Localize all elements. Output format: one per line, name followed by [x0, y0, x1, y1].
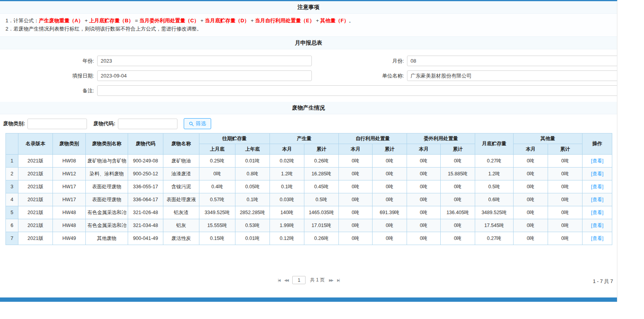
cell-index: 6	[6, 219, 18, 232]
view-link[interactable]: [查看]	[591, 236, 604, 241]
prev-page-button[interactable]: ◀◀	[284, 278, 288, 282]
col-group-outsourced-disposal: 委外利用处置量	[407, 133, 475, 144]
view-link[interactable]: [查看]	[591, 210, 604, 215]
cell-gen-total: 1465.035吨	[304, 206, 339, 219]
cell-name: 含镍污泥	[163, 180, 199, 193]
cell-self-month: 0吨	[339, 193, 373, 206]
cell-version: 2021版	[18, 232, 53, 245]
notice-body: 1．计算公式：产生废物重量（A） + 上月底贮存量（B） = 当月委外利用处置量…	[0, 14, 617, 37]
cell-other-total: 0吨	[548, 155, 582, 168]
formula-segment: +	[315, 18, 320, 23]
search-icon	[189, 121, 194, 126]
cell-other-total: 0吨	[548, 206, 582, 219]
cell-index: 7	[6, 232, 18, 245]
cell-gen-total: 0.26吨	[304, 232, 339, 245]
cell-out-total: 15.885吨	[441, 168, 475, 180]
formula-segment: 其他量（F）	[320, 18, 349, 23]
cell-month-end-storage: 1.2吨	[475, 168, 514, 180]
view-link[interactable]: [查看]	[591, 197, 604, 202]
records-range-label: 1 - 7 共 7	[593, 278, 613, 285]
cell-index: 4	[6, 193, 18, 206]
cell-gen-month: 1.99吨	[270, 219, 304, 232]
cell-index: 5	[6, 206, 18, 219]
cell-category: HW17	[53, 193, 86, 206]
first-page-button[interactable]: |◀	[278, 278, 280, 282]
cell-prev-year-end: 0.01吨	[235, 155, 270, 168]
col-group-self-disposal: 自行利用处置量	[339, 133, 407, 144]
cell-self-total: 0吨	[373, 155, 407, 168]
bottom-blue-bar	[0, 297, 617, 302]
cell-category-name: 有色金属采选和冶	[86, 206, 128, 219]
table-row: 1 2021版 HW08 废矿物油与含矿物 900-249-08 废矿物油 0.…	[6, 155, 612, 168]
cell-code: 321-026-48	[128, 206, 163, 219]
cell-self-total: 0吨	[373, 219, 407, 232]
cell-other-total: 0吨	[548, 232, 582, 245]
cell-category-name: 染料、涂料废物	[86, 168, 128, 180]
cell-prev-year-end: 0.1吨	[235, 193, 270, 206]
report-date-label: 填报日期:	[0, 72, 97, 79]
summary-title: 月申报总表	[0, 37, 617, 49]
cell-other-month: 0吨	[514, 180, 548, 193]
cell-month-end-storage: 0.27吨	[475, 155, 514, 168]
formula-segment: 产生废物重量（A）	[39, 18, 83, 23]
view-link[interactable]: [查看]	[591, 223, 604, 228]
cell-version: 2021版	[18, 219, 53, 232]
col-header-out-month: 本月	[407, 144, 441, 155]
formula-segment: 当月底贮存量（D）	[205, 18, 249, 23]
cell-out-total: 0吨	[441, 193, 475, 206]
table-row: 6 2021版 HW48 有色金属采选和冶 321-034-48 铝灰 15.5…	[6, 219, 612, 232]
filter-code-input[interactable]	[118, 119, 177, 129]
cell-action: [查看]	[582, 232, 612, 245]
formula-segment: 当月委外利用处置量（C）	[139, 18, 199, 23]
cell-other-total: 0吨	[548, 180, 582, 193]
cell-version: 2021版	[18, 180, 53, 193]
cell-version: 2021版	[18, 206, 53, 219]
cell-action: [查看]	[582, 219, 612, 232]
cell-prev-month-end: 0.57吨	[199, 193, 235, 206]
year-input[interactable]	[97, 56, 312, 66]
cell-category: HW17	[53, 180, 86, 193]
cell-action: [查看]	[582, 206, 612, 219]
cell-gen-total: 16.285吨	[304, 168, 339, 180]
cell-gen-total: 0.26吨	[304, 155, 339, 168]
month-input[interactable]	[407, 56, 617, 66]
remark-input[interactable]	[97, 85, 617, 96]
formula-segment: 1．计算公式：	[5, 18, 39, 23]
formula-segment: +	[83, 18, 89, 23]
summary-form: 年份: 月份: 填报日期: 单位名称: 备注:	[0, 49, 617, 102]
filter-button[interactable]: 筛选	[184, 118, 211, 129]
cell-month-end-storage: 17.545吨	[475, 219, 514, 232]
col-header-category: 废物类别	[53, 133, 86, 155]
cell-gen-month: 0.12吨	[270, 232, 304, 245]
cell-other-total: 0吨	[548, 168, 582, 180]
cell-name: 铝灰渣	[163, 206, 199, 219]
cell-prev-month-end: 3349.525吨	[199, 206, 235, 219]
view-link[interactable]: [查看]	[591, 171, 604, 177]
formula-segment: =	[134, 18, 139, 23]
cell-category-name: 表面处理废物	[86, 180, 128, 193]
cell-self-month: 0吨	[339, 155, 373, 168]
col-header-prev-year-end: 上年底	[235, 144, 270, 155]
cell-out-month: 0吨	[407, 232, 441, 245]
cell-month-end-storage: 0.5吨	[475, 180, 514, 193]
next-page-button[interactable]: ▶▶	[329, 278, 333, 282]
last-page-button[interactable]: ▶|	[337, 278, 339, 282]
year-label: 年份:	[0, 58, 97, 65]
cell-self-total: 0吨	[373, 193, 407, 206]
view-link[interactable]: [查看]	[591, 158, 604, 164]
cell-index: 3	[6, 180, 18, 193]
col-header-self-month: 本月	[339, 144, 373, 155]
cell-version: 2021版	[18, 155, 53, 168]
cell-gen-month: 0.03吨	[270, 193, 304, 206]
filter-category-input[interactable]	[27, 119, 87, 129]
cell-prev-month-end: 0.15吨	[199, 232, 235, 245]
cell-out-month: 0吨	[407, 193, 441, 206]
view-link[interactable]: [查看]	[591, 184, 604, 189]
col-header-category-name: 废物类别名称	[86, 133, 128, 155]
report-date-input[interactable]	[97, 70, 312, 81]
page-input[interactable]	[292, 276, 306, 284]
unit-name-input[interactable]	[407, 70, 617, 81]
cell-other-total: 0吨	[548, 219, 582, 232]
cell-other-total: 0吨	[548, 193, 582, 206]
cell-gen-month: 0.02吨	[270, 155, 304, 168]
